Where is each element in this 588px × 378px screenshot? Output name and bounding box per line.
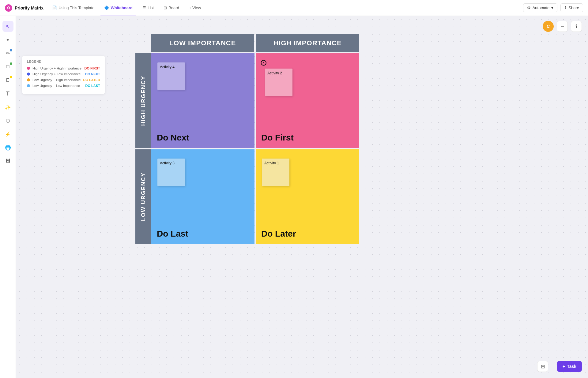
avatar-letter: C bbox=[547, 24, 550, 29]
matrix-grid: HIGH URGENCY LOW URGENCY Activity 4 Do N… bbox=[135, 53, 359, 244]
do-later-dot bbox=[27, 78, 30, 81]
legend-item-do-next: High Urgency + Low Importance DO NEXT bbox=[27, 72, 100, 76]
share-label: Share bbox=[568, 6, 579, 10]
column-headers: LOW IMPORTANCE HIGH IMPORTANCE bbox=[151, 34, 359, 52]
logo-letter: O bbox=[7, 6, 10, 10]
legend-title: LEGEND bbox=[27, 60, 100, 63]
row-header-low-urgency: LOW URGENCY bbox=[135, 149, 151, 244]
sticky-activity2[interactable]: Activity 2 bbox=[265, 69, 292, 96]
legend-item-do-last: Low Urgency + Low Importance DO LAST bbox=[27, 84, 100, 88]
tab-label: Using This Template bbox=[58, 6, 94, 10]
pen-tool[interactable]: ✏ bbox=[2, 48, 13, 59]
cursor-tool[interactable]: ↖ bbox=[2, 21, 13, 32]
col-header-high-importance: HIGH IMPORTANCE bbox=[256, 34, 359, 52]
activity4-label: Activity 4 bbox=[160, 65, 175, 69]
priority-matrix: LOW IMPORTANCE HIGH IMPORTANCE HIGH URGE… bbox=[135, 34, 359, 244]
do-next-label: High Urgency + Low Importance bbox=[32, 72, 83, 76]
automate-icon: ⚙ bbox=[527, 6, 531, 10]
list-icon: ☰ bbox=[142, 6, 146, 10]
plus-icon: + bbox=[563, 364, 565, 369]
ai-tool[interactable]: ✦ bbox=[2, 34, 13, 45]
text-tool[interactable]: T bbox=[2, 88, 13, 99]
user-avatar[interactable]: C bbox=[543, 21, 554, 32]
magic-tool[interactable]: ✨ bbox=[2, 102, 13, 113]
alert-icon: ⊙ bbox=[260, 58, 267, 68]
do-last-dot bbox=[27, 84, 30, 87]
app-logo: O bbox=[5, 4, 12, 12]
quadrant-do-first[interactable]: ⊙ Activity 2 Do First bbox=[256, 53, 359, 148]
tab-list[interactable]: ☰ List bbox=[139, 4, 157, 12]
quadrant-do-later[interactable]: Activity 1 Do Later bbox=[256, 149, 359, 244]
do-next-dot bbox=[27, 73, 30, 76]
note-tool[interactable]: 🗒 bbox=[2, 75, 13, 86]
quadrant-do-next[interactable]: Activity 4 Do Next bbox=[151, 53, 254, 148]
whiteboard-icon: 🔷 bbox=[104, 6, 109, 10]
do-later-label: Do Later bbox=[261, 229, 296, 239]
note-dot bbox=[10, 76, 12, 78]
app-title: Priority Matrix bbox=[15, 6, 43, 10]
do-next-label: Do Next bbox=[157, 133, 189, 143]
chevron-down-icon: ▾ bbox=[551, 6, 553, 10]
legend-item-do-first: High Urgency + High Importance DO FIRST bbox=[27, 66, 100, 70]
add-task-button[interactable]: + Task bbox=[557, 361, 582, 372]
do-last-badge: DO LAST bbox=[85, 84, 100, 88]
tab-label: + View bbox=[189, 6, 201, 10]
main-layout: ↖ ✦ ✏ □ 🗒 T ✨ ⬡ ⚡ 🌐 🖼 C ↔ bbox=[0, 16, 588, 378]
do-first-dot bbox=[27, 67, 30, 70]
top-right-controls: C ↔ ℹ bbox=[543, 21, 582, 32]
do-first-label: High Urgency + High Importance bbox=[32, 66, 82, 70]
header-right: ⚙ Automate ▾ ⤴ Share bbox=[523, 3, 583, 12]
do-last-label: Do Last bbox=[157, 229, 188, 239]
do-first-badge: DO FIRST bbox=[85, 66, 100, 70]
grid-icon: ⊞ bbox=[541, 364, 545, 369]
share-icon: ⤴ bbox=[564, 6, 567, 10]
task-label: Task bbox=[567, 364, 576, 369]
fit-icon: ↔ bbox=[560, 24, 565, 29]
activity3-label: Activity 3 bbox=[160, 161, 175, 165]
tab-add-view[interactable]: + View bbox=[185, 4, 205, 12]
shape-dot bbox=[10, 62, 12, 65]
automate-button[interactable]: ⚙ Automate ▾ bbox=[523, 3, 558, 12]
shape-tool[interactable]: □ bbox=[2, 61, 13, 72]
activity2-label: Activity 2 bbox=[267, 71, 282, 75]
auto-tool[interactable]: ⚡ bbox=[2, 129, 13, 140]
tab-label: List bbox=[148, 6, 154, 10]
fit-screen-button[interactable]: ↔ bbox=[557, 21, 568, 32]
quadrants-grid: Activity 4 Do Next ⊙ Activity 2 Do First bbox=[151, 53, 359, 244]
network-tool[interactable]: ⬡ bbox=[2, 115, 13, 126]
do-later-badge: DO LATER bbox=[83, 78, 100, 82]
activity1-label: Activity 1 bbox=[264, 161, 279, 165]
info-icon: ℹ bbox=[575, 24, 577, 29]
pen-dot bbox=[10, 49, 12, 51]
top-navigation: O Priority Matrix 📄 Using This Template … bbox=[0, 0, 588, 16]
info-button[interactable]: ℹ bbox=[571, 21, 582, 32]
do-later-label: Low Urgency + High Importance bbox=[32, 78, 81, 82]
row-headers: HIGH URGENCY LOW URGENCY bbox=[135, 53, 151, 244]
tab-board[interactable]: ⊞ Board bbox=[160, 4, 183, 12]
template-icon: 📄 bbox=[52, 6, 57, 10]
globe-tool[interactable]: 🌐 bbox=[2, 142, 13, 153]
col-header-low-importance: LOW IMPORTANCE bbox=[151, 34, 254, 52]
tab-using-template[interactable]: 📄 Using This Template bbox=[48, 4, 98, 12]
tab-label: Board bbox=[168, 6, 179, 10]
share-button[interactable]: ⤴ Share bbox=[560, 3, 583, 12]
do-last-label: Low Urgency + Low Importance bbox=[32, 84, 83, 88]
automate-label: Automate bbox=[533, 6, 550, 10]
grid-view-button[interactable]: ⊞ bbox=[537, 361, 548, 372]
legend-item-do-later: Low Urgency + High Importance DO LATER bbox=[27, 78, 100, 82]
tab-label: Whiteboard bbox=[111, 6, 133, 10]
board-icon: ⊞ bbox=[164, 6, 167, 10]
do-next-badge: DO NEXT bbox=[85, 72, 100, 76]
do-first-label: Do First bbox=[261, 133, 294, 143]
canvas-area[interactable]: C ↔ ℹ LEGEND High Urgency + High Importa… bbox=[16, 16, 588, 378]
image-tool[interactable]: 🖼 bbox=[2, 155, 13, 167]
left-toolbar: ↖ ✦ ✏ □ 🗒 T ✨ ⬡ ⚡ 🌐 🖼 bbox=[0, 16, 16, 378]
sticky-activity1[interactable]: Activity 1 bbox=[262, 159, 289, 186]
tab-whiteboard[interactable]: 🔷 Whiteboard bbox=[100, 4, 136, 12]
sticky-activity3[interactable]: Activity 3 bbox=[157, 159, 185, 186]
sticky-activity4[interactable]: Activity 4 bbox=[157, 62, 185, 90]
quadrant-do-last[interactable]: Activity 3 Do Last bbox=[151, 149, 254, 244]
row-header-high-urgency: HIGH URGENCY bbox=[135, 53, 151, 148]
legend-panel: LEGEND High Urgency + High Importance DO… bbox=[22, 56, 105, 94]
